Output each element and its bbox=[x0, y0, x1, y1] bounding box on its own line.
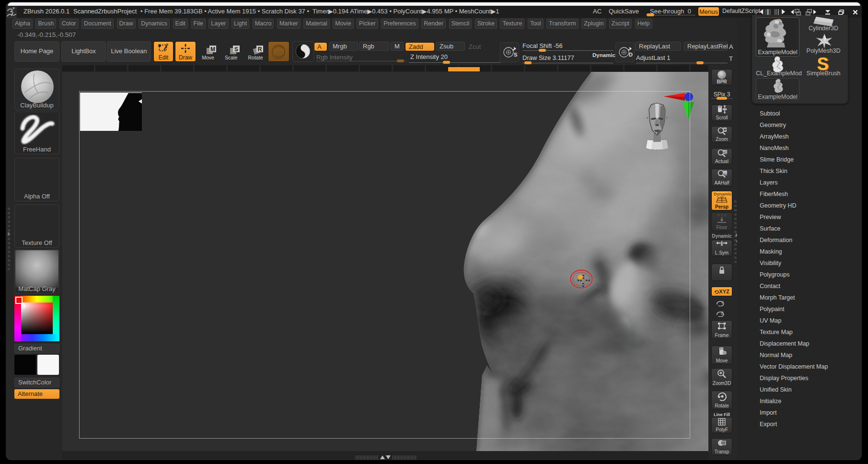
svg-text:S: S bbox=[514, 52, 517, 58]
svg-text:Z: Z bbox=[721, 311, 724, 315]
svg-text:Y: Y bbox=[721, 300, 724, 305]
svg-text:D: D bbox=[629, 52, 633, 58]
svg-text:M: M bbox=[210, 46, 215, 53]
svg-text:S: S bbox=[234, 46, 238, 53]
svg-text:R: R bbox=[258, 46, 262, 53]
svg-text:S: S bbox=[817, 56, 828, 74]
svg-text:x1: x1 bbox=[723, 151, 727, 154]
